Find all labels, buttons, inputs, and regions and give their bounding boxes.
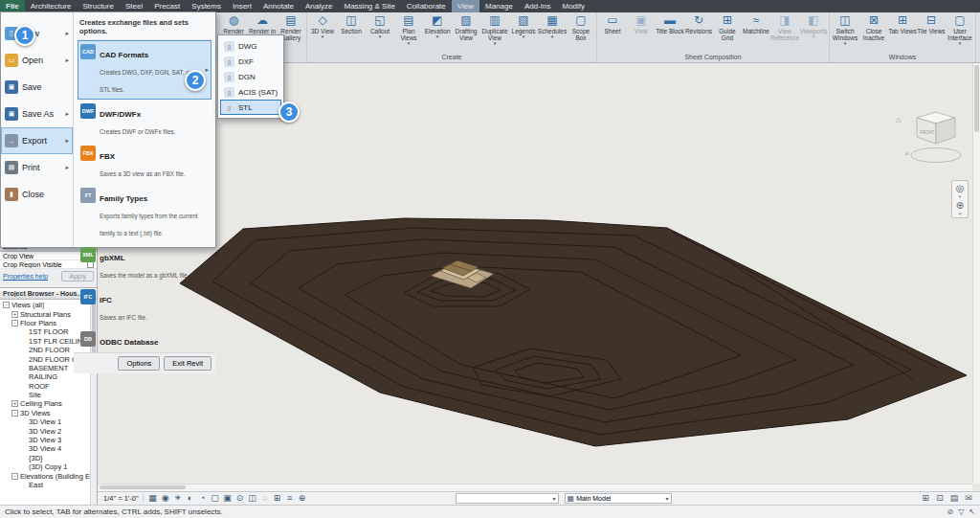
canvas-vertical-scrollbar[interactable] <box>972 63 980 484</box>
expand-toggle-icon[interactable]: - <box>11 320 18 327</box>
options-button[interactable]: Options <box>118 356 160 371</box>
scope-box-button[interactable]: ▢ Scope Box <box>567 12 595 52</box>
ribbon-tab[interactable]: Analyze <box>300 0 338 12</box>
export-submenu-item[interactable]: IFC IFC Saves an IFC file. <box>78 285 212 327</box>
terrain-toposurface[interactable] <box>180 218 967 446</box>
drawing-area[interactable]: ⌂ FRONT ◎ ▾ ⊕ ▾ <box>98 63 980 491</box>
sheet-button[interactable]: ▭ Sheet <box>598 12 627 52</box>
title-block-button[interactable]: ▬ Title Block <box>656 12 684 52</box>
export-submenu-item[interactable]: FT Family Types Exports family types fro… <box>78 184 212 243</box>
file-menu-item[interactable]: ▮ Close <box>1 181 73 208</box>
temporary-view-properties-icon[interactable]: ⊞ <box>272 492 283 505</box>
view-button[interactable]: ▣ View <box>627 12 656 52</box>
tree-item[interactable]: 3D View 3 <box>0 436 97 444</box>
tile-views-button[interactable]: ⊟ Tile Views <box>917 12 946 52</box>
sun-path-icon[interactable]: ☀ <box>172 492 184 505</box>
viewcube-compass-ring[interactable] <box>911 148 961 163</box>
expand-toggle-icon[interactable]: + <box>11 311 18 318</box>
rendering-dialog-icon[interactable]: ◔ <box>197 492 209 505</box>
chevron-down-icon[interactable]: ▾ <box>436 34 439 39</box>
analytical-model-icon[interactable]: ≡ <box>284 492 296 505</box>
tree-item[interactable]: 3D View 2 <box>0 426 97 435</box>
3d-view-button[interactable]: ◇ 3D View ▾ <box>308 12 337 52</box>
tree-item[interactable]: (3D) Copy 1 <box>0 462 97 471</box>
cad-format-option[interactable]: ▯ ACIS (SAT) <box>220 84 281 100</box>
ribbon-tab[interactable]: Insert <box>227 0 257 12</box>
chevron-down-icon[interactable]: ▾ <box>523 34 525 39</box>
close-inactive-button[interactable]: ⊠ Close Inactive <box>859 12 888 52</box>
cad-format-option[interactable]: ▯ STL <box>220 100 281 115</box>
tree-item[interactable]: - Elevations (Building Eleva <box>0 471 97 480</box>
detail-level-icon[interactable]: ▦ <box>147 492 159 505</box>
revisions-button[interactable]: ↻ Revisions <box>684 12 713 52</box>
chevron-down-icon[interactable]: ▾ <box>408 41 411 46</box>
chevron-down-icon[interactable]: ▾ <box>494 41 497 46</box>
ribbon-tab[interactable]: View <box>452 0 479 12</box>
crop-view-icon[interactable]: ▢ <box>210 492 221 505</box>
guide-grid-button[interactable]: ⊞ Guide Grid <box>713 12 742 52</box>
file-menu-item[interactable]: → Export ▸ <box>1 127 73 154</box>
file-menu-item[interactable]: ▭ Open ▸ <box>1 47 73 74</box>
ribbon-tab[interactable]: Massing & Site <box>338 0 400 12</box>
elevation-button[interactable]: ◩ Elevation ▾ <box>423 12 452 52</box>
tree-item[interactable]: 3D View 4 <box>0 444 97 453</box>
duplicate-view-button[interactable]: ▥ Duplicate View ▾ <box>480 12 509 52</box>
tree-item[interactable]: RAILING <box>0 372 97 381</box>
tree-item[interactable]: Site <box>0 391 97 399</box>
tab-views-button[interactable]: ⊞ Tab Views <box>888 12 917 52</box>
expand-toggle-icon[interactable]: + <box>11 400 18 407</box>
constraints-icon[interactable]: ⊕ <box>297 492 308 505</box>
tree-item[interactable]: East <box>0 481 97 489</box>
active-workset-combo[interactable]: ▦ Main Model ▾ <box>565 493 672 504</box>
chevron-down-icon[interactable]: ▾ <box>379 34 382 39</box>
exit-revit-button[interactable]: Exit Revit <box>164 356 212 371</box>
expand-toggle-icon[interactable]: - <box>3 302 10 308</box>
tree-item[interactable]: - 3D Views <box>0 409 97 417</box>
file-menu-item[interactable]: ▯ New ▸ <box>1 20 73 47</box>
lock-3d-view-icon[interactable]: ⊙ <box>234 492 246 505</box>
editing-requests-icon[interactable]: ✉ <box>963 492 974 505</box>
expand-toggle-icon[interactable]: - <box>11 410 18 417</box>
file-menu-item[interactable]: ▣ Save As ▸ <box>1 101 73 127</box>
section-button[interactable]: ◫ Section <box>337 12 366 52</box>
show-crop-region-icon[interactable]: ▣ <box>222 492 234 505</box>
export-submenu-item[interactable]: FBX FBX Saves a 3D view as an FBX file. <box>78 142 212 184</box>
view-reference-button[interactable]: ◨ View Reference <box>770 12 799 52</box>
chevron-down-icon[interactable]: ▾ <box>322 34 324 39</box>
cad-format-option[interactable]: ▯ DGN <box>220 69 281 84</box>
cad-format-option[interactable]: ▯ DWG <box>220 38 281 54</box>
tree-item[interactable]: + Ceiling Plans <box>0 399 97 408</box>
chevron-down-icon[interactable]: ▾ <box>813 34 815 39</box>
canvas-horizontal-scrollbar[interactable] <box>98 484 972 491</box>
caret-icon[interactable]: ▾ <box>952 212 968 216</box>
chevron-down-icon[interactable]: ▾ <box>959 41 962 46</box>
legends-button[interactable]: ▧ Legends ▾ <box>509 12 538 52</box>
tree-item[interactable]: {3D} <box>0 454 97 462</box>
tree-item[interactable]: ROOF <box>0 382 97 391</box>
chevron-down-icon[interactable]: ▾ <box>551 34 554 39</box>
owned-elements-icon[interactable]: ⊡ <box>934 492 946 505</box>
home-icon[interactable]: ⌂ <box>896 115 901 124</box>
matchline-button[interactable]: ≈ Matchline <box>742 12 770 52</box>
cad-format-option[interactable]: ▯ DXF <box>220 54 281 69</box>
view-scale[interactable]: 1/4" = 1'-0" <box>100 494 144 503</box>
shadows-icon[interactable]: ◐ <box>185 492 196 505</box>
ribbon-tab[interactable]: Collaborate <box>401 0 452 12</box>
export-submenu-item[interactable]: DB ODBC Database <box>78 327 212 352</box>
export-submenu-item[interactable]: DWF DWF/DWFx Creates DWF or DWFx files. <box>78 100 212 142</box>
switch-windows-button[interactable]: ◫ Switch Windows ▾ <box>831 12 859 52</box>
export-submenu-item[interactable]: XML gbXML Saves the model as a gbXML fil… <box>78 243 212 285</box>
schedules-button[interactable]: ▦ Schedules ▾ <box>538 12 567 52</box>
editable-items-icon[interactable]: ⊞ <box>920 492 931 505</box>
design-options-combo[interactable]: ▾ <box>456 493 559 504</box>
expand-toggle-icon[interactable]: - <box>11 473 18 480</box>
ribbon-tab[interactable]: Annotate <box>257 0 300 12</box>
ribbon-tab[interactable]: Modify <box>556 0 590 12</box>
ribbon-tab[interactable]: Add-Ins <box>519 0 557 12</box>
temporary-hide-isolate-icon[interactable]: ◫ <box>247 492 258 505</box>
tree-item[interactable]: 3D View 1 <box>0 417 97 426</box>
exclude-options-icon[interactable]: ⊘ <box>947 507 953 516</box>
file-menu-item[interactable]: ▣ Save <box>1 74 73 101</box>
filter-icon[interactable]: ▽ <box>958 507 964 516</box>
worksets-icon[interactable]: ▤ <box>948 492 960 505</box>
